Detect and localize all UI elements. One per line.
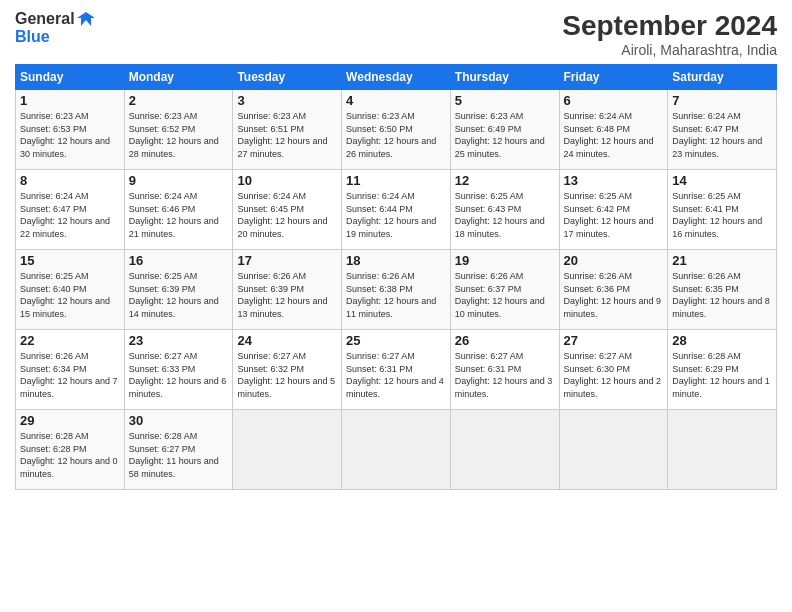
table-row: 24 Sunrise: 6:27 AMSunset: 6:32 PMDaylig…	[233, 330, 342, 410]
day-info: Sunrise: 6:27 AMSunset: 6:31 PMDaylight:…	[346, 351, 444, 399]
table-row: 5 Sunrise: 6:23 AMSunset: 6:49 PMDayligh…	[450, 90, 559, 170]
calendar-table: Sunday Monday Tuesday Wednesday Thursday…	[15, 64, 777, 490]
col-thursday: Thursday	[450, 65, 559, 90]
table-row: 10 Sunrise: 6:24 AMSunset: 6:45 PMDaylig…	[233, 170, 342, 250]
table-row: 21 Sunrise: 6:26 AMSunset: 6:35 PMDaylig…	[668, 250, 777, 330]
day-number: 3	[237, 93, 337, 108]
day-info: Sunrise: 6:27 AMSunset: 6:32 PMDaylight:…	[237, 351, 335, 399]
day-number: 7	[672, 93, 772, 108]
logo-text-general: General	[15, 10, 75, 28]
calendar-week-row: 8 Sunrise: 6:24 AMSunset: 6:47 PMDayligh…	[16, 170, 777, 250]
day-number: 2	[129, 93, 229, 108]
day-number: 26	[455, 333, 555, 348]
day-number: 14	[672, 173, 772, 188]
col-monday: Monday	[124, 65, 233, 90]
day-info: Sunrise: 6:26 AMSunset: 6:36 PMDaylight:…	[564, 271, 662, 319]
table-row: 14 Sunrise: 6:25 AMSunset: 6:41 PMDaylig…	[668, 170, 777, 250]
day-number: 21	[672, 253, 772, 268]
day-number: 17	[237, 253, 337, 268]
day-info: Sunrise: 6:27 AMSunset: 6:31 PMDaylight:…	[455, 351, 553, 399]
day-info: Sunrise: 6:25 AMSunset: 6:41 PMDaylight:…	[672, 191, 762, 239]
logo: General Blue	[15, 10, 95, 46]
table-row	[233, 410, 342, 490]
table-row: 18 Sunrise: 6:26 AMSunset: 6:38 PMDaylig…	[342, 250, 451, 330]
logo-text-blue: Blue	[15, 28, 95, 46]
day-info: Sunrise: 6:23 AMSunset: 6:49 PMDaylight:…	[455, 111, 545, 159]
title-block: September 2024 Airoli, Maharashtra, Indi…	[562, 10, 777, 58]
table-row: 17 Sunrise: 6:26 AMSunset: 6:39 PMDaylig…	[233, 250, 342, 330]
col-tuesday: Tuesday	[233, 65, 342, 90]
table-row: 22 Sunrise: 6:26 AMSunset: 6:34 PMDaylig…	[16, 330, 125, 410]
table-row: 23 Sunrise: 6:27 AMSunset: 6:33 PMDaylig…	[124, 330, 233, 410]
table-row: 28 Sunrise: 6:28 AMSunset: 6:29 PMDaylig…	[668, 330, 777, 410]
day-number: 23	[129, 333, 229, 348]
logo-bird-icon	[77, 10, 95, 28]
table-row: 20 Sunrise: 6:26 AMSunset: 6:36 PMDaylig…	[559, 250, 668, 330]
calendar-header-row: Sunday Monday Tuesday Wednesday Thursday…	[16, 65, 777, 90]
svg-marker-0	[77, 12, 95, 26]
table-row	[342, 410, 451, 490]
day-info: Sunrise: 6:23 AMSunset: 6:50 PMDaylight:…	[346, 111, 436, 159]
day-number: 24	[237, 333, 337, 348]
day-info: Sunrise: 6:26 AMSunset: 6:34 PMDaylight:…	[20, 351, 118, 399]
day-info: Sunrise: 6:25 AMSunset: 6:43 PMDaylight:…	[455, 191, 545, 239]
calendar-week-row: 1 Sunrise: 6:23 AMSunset: 6:53 PMDayligh…	[16, 90, 777, 170]
day-info: Sunrise: 6:23 AMSunset: 6:51 PMDaylight:…	[237, 111, 327, 159]
day-number: 8	[20, 173, 120, 188]
table-row: 15 Sunrise: 6:25 AMSunset: 6:40 PMDaylig…	[16, 250, 125, 330]
col-sunday: Sunday	[16, 65, 125, 90]
col-saturday: Saturday	[668, 65, 777, 90]
table-row: 26 Sunrise: 6:27 AMSunset: 6:31 PMDaylig…	[450, 330, 559, 410]
day-number: 30	[129, 413, 229, 428]
table-row: 3 Sunrise: 6:23 AMSunset: 6:51 PMDayligh…	[233, 90, 342, 170]
table-row: 13 Sunrise: 6:25 AMSunset: 6:42 PMDaylig…	[559, 170, 668, 250]
day-info: Sunrise: 6:25 AMSunset: 6:40 PMDaylight:…	[20, 271, 110, 319]
day-info: Sunrise: 6:24 AMSunset: 6:44 PMDaylight:…	[346, 191, 436, 239]
table-row: 29 Sunrise: 6:28 AMSunset: 6:28 PMDaylig…	[16, 410, 125, 490]
day-number: 27	[564, 333, 664, 348]
day-number: 1	[20, 93, 120, 108]
page-container: General Blue September 2024 Airoli, Maha…	[0, 0, 792, 500]
day-info: Sunrise: 6:24 AMSunset: 6:47 PMDaylight:…	[672, 111, 762, 159]
calendar-week-row: 15 Sunrise: 6:25 AMSunset: 6:40 PMDaylig…	[16, 250, 777, 330]
table-row: 16 Sunrise: 6:25 AMSunset: 6:39 PMDaylig…	[124, 250, 233, 330]
day-info: Sunrise: 6:28 AMSunset: 6:27 PMDaylight:…	[129, 431, 219, 479]
day-number: 9	[129, 173, 229, 188]
table-row: 30 Sunrise: 6:28 AMSunset: 6:27 PMDaylig…	[124, 410, 233, 490]
day-number: 28	[672, 333, 772, 348]
day-info: Sunrise: 6:26 AMSunset: 6:38 PMDaylight:…	[346, 271, 436, 319]
calendar-week-row: 29 Sunrise: 6:28 AMSunset: 6:28 PMDaylig…	[16, 410, 777, 490]
day-info: Sunrise: 6:24 AMSunset: 6:48 PMDaylight:…	[564, 111, 654, 159]
table-row: 4 Sunrise: 6:23 AMSunset: 6:50 PMDayligh…	[342, 90, 451, 170]
table-row: 1 Sunrise: 6:23 AMSunset: 6:53 PMDayligh…	[16, 90, 125, 170]
day-number: 15	[20, 253, 120, 268]
table-row	[559, 410, 668, 490]
table-row: 8 Sunrise: 6:24 AMSunset: 6:47 PMDayligh…	[16, 170, 125, 250]
day-info: Sunrise: 6:27 AMSunset: 6:30 PMDaylight:…	[564, 351, 662, 399]
table-row	[450, 410, 559, 490]
day-info: Sunrise: 6:24 AMSunset: 6:47 PMDaylight:…	[20, 191, 110, 239]
day-number: 29	[20, 413, 120, 428]
day-info: Sunrise: 6:28 AMSunset: 6:29 PMDaylight:…	[672, 351, 770, 399]
calendar-week-row: 22 Sunrise: 6:26 AMSunset: 6:34 PMDaylig…	[16, 330, 777, 410]
table-row: 2 Sunrise: 6:23 AMSunset: 6:52 PMDayligh…	[124, 90, 233, 170]
page-subtitle: Airoli, Maharashtra, India	[562, 42, 777, 58]
page-title: September 2024	[562, 10, 777, 42]
header: General Blue September 2024 Airoli, Maha…	[15, 10, 777, 58]
day-number: 19	[455, 253, 555, 268]
day-info: Sunrise: 6:23 AMSunset: 6:53 PMDaylight:…	[20, 111, 110, 159]
day-number: 12	[455, 173, 555, 188]
table-row	[668, 410, 777, 490]
day-info: Sunrise: 6:24 AMSunset: 6:45 PMDaylight:…	[237, 191, 327, 239]
day-info: Sunrise: 6:25 AMSunset: 6:42 PMDaylight:…	[564, 191, 654, 239]
table-row: 12 Sunrise: 6:25 AMSunset: 6:43 PMDaylig…	[450, 170, 559, 250]
table-row: 25 Sunrise: 6:27 AMSunset: 6:31 PMDaylig…	[342, 330, 451, 410]
day-number: 20	[564, 253, 664, 268]
day-info: Sunrise: 6:26 AMSunset: 6:37 PMDaylight:…	[455, 271, 545, 319]
day-info: Sunrise: 6:27 AMSunset: 6:33 PMDaylight:…	[129, 351, 227, 399]
day-info: Sunrise: 6:24 AMSunset: 6:46 PMDaylight:…	[129, 191, 219, 239]
day-number: 13	[564, 173, 664, 188]
day-number: 4	[346, 93, 446, 108]
col-friday: Friday	[559, 65, 668, 90]
day-number: 22	[20, 333, 120, 348]
